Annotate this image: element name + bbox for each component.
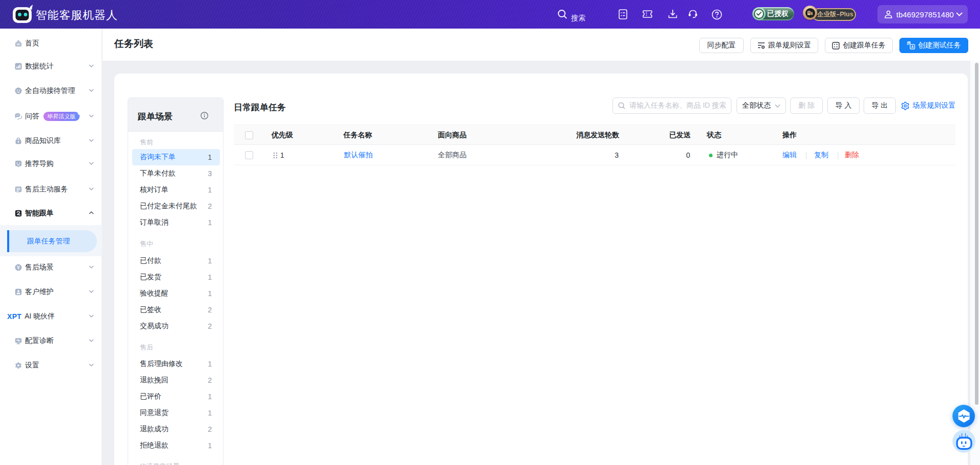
svg-text:A: A xyxy=(911,45,914,48)
